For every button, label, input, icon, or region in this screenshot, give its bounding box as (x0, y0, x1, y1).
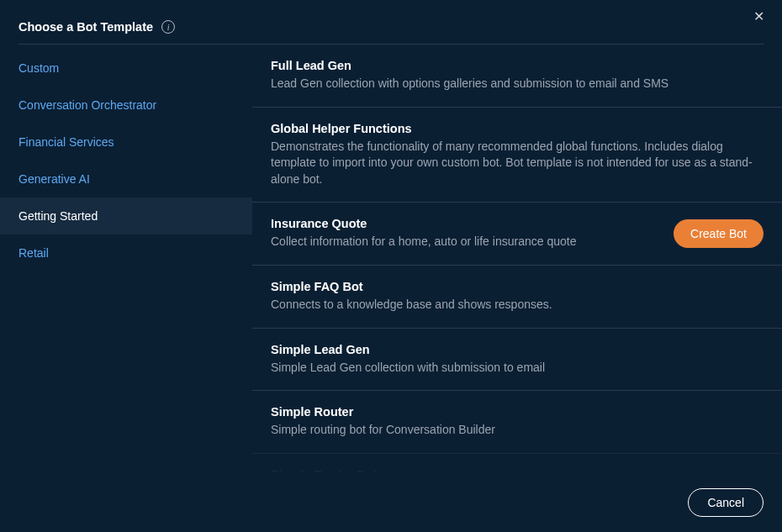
cancel-button[interactable]: Cancel (688, 488, 764, 517)
template-item-simple-router-bot[interactable]: Simple Router Bot (252, 454, 782, 473)
template-description: Connects to a knowledge base and shows r… (271, 297, 764, 313)
close-icon: ✕ (753, 10, 764, 24)
sidebar-item-generative-ai[interactable]: Generative AI (0, 161, 252, 198)
template-description: Collect information for a home, auto or … (271, 234, 660, 250)
bot-template-modal: ✕ Choose a Bot Template i Custom Convers… (0, 0, 782, 532)
template-item-simple-router[interactable]: Simple Router Simple routing bot for Con… (252, 391, 782, 454)
info-icon[interactable]: i (161, 20, 175, 34)
close-button[interactable]: ✕ (750, 8, 767, 25)
template-text: Insurance Quote Collect information for … (271, 217, 660, 250)
sidebar-item-custom[interactable]: Custom (0, 50, 252, 87)
template-text: Simple Lead Gen Simple Lead Gen collecti… (271, 343, 764, 377)
sidebar-item-label: Getting Started (18, 209, 98, 223)
create-bot-button[interactable]: Create Bot (674, 219, 764, 248)
sidebar-item-financial-services[interactable]: Financial Services (0, 124, 252, 161)
modal-footer: Cancel (0, 473, 782, 532)
template-title: Simple Lead Gen (271, 343, 764, 356)
template-item-simple-faq-bot[interactable]: Simple FAQ Bot Connects to a knowledge b… (252, 266, 782, 329)
template-title: Simple Router (271, 405, 764, 419)
template-item-insurance-quote[interactable]: Insurance Quote Collect information for … (252, 203, 782, 266)
template-text: Simple Router Simple routing bot for Con… (271, 405, 764, 439)
template-text: Global Helper Functions Demonstrates the… (271, 122, 764, 188)
sidebar-item-label: Financial Services (18, 135, 114, 149)
template-title: Global Helper Functions (271, 122, 764, 135)
template-list[interactable]: Full Lead Gen Lead Gen collection with o… (252, 45, 782, 473)
sidebar-item-label: Retail (18, 246, 49, 260)
template-title: Insurance Quote (271, 217, 660, 230)
template-title: Full Lead Gen (271, 59, 764, 72)
modal-title: Choose a Bot Template (18, 20, 153, 34)
template-description: Demonstrates the functionality of many r… (271, 139, 764, 188)
category-sidebar: Custom Conversation Orchestrator Financi… (0, 45, 252, 473)
sidebar-item-label: Custom (18, 61, 59, 75)
modal-body: Custom Conversation Orchestrator Financi… (0, 45, 782, 473)
sidebar-item-getting-started[interactable]: Getting Started (0, 198, 252, 234)
template-item-simple-lead-gen[interactable]: Simple Lead Gen Simple Lead Gen collecti… (252, 329, 782, 392)
sidebar-item-label: Generative AI (18, 172, 90, 186)
sidebar-item-label: Conversation Orchestrator (18, 98, 156, 112)
template-item-global-helper-functions[interactable]: Global Helper Functions Demonstrates the… (252, 108, 782, 203)
template-list-inner: Full Lead Gen Lead Gen collection with o… (252, 45, 782, 473)
template-description: Simple Lead Gen collection with submissi… (271, 360, 764, 377)
sidebar-item-retail[interactable]: Retail (0, 234, 252, 271)
template-text: Full Lead Gen Lead Gen collection with o… (271, 59, 764, 92)
template-title: Simple FAQ Bot (271, 280, 764, 293)
sidebar-item-conversation-orchestrator[interactable]: Conversation Orchestrator (0, 87, 252, 124)
template-description: Simple routing bot for Conversation Buil… (271, 422, 764, 439)
template-text: Simple FAQ Bot Connects to a knowledge b… (271, 280, 764, 313)
modal-header: Choose a Bot Template i (0, 0, 782, 44)
template-description: Lead Gen collection with options galleri… (271, 76, 764, 92)
template-item-full-lead-gen[interactable]: Full Lead Gen Lead Gen collection with o… (252, 45, 782, 108)
header-row: Choose a Bot Template i (18, 20, 764, 34)
